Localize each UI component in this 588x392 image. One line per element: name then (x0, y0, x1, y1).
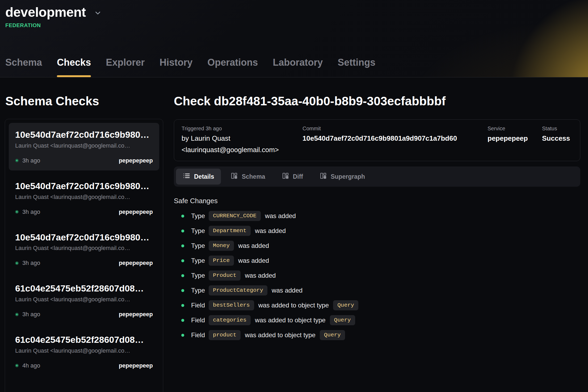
change-name-chip: Department (209, 226, 251, 236)
nav-tab-checks[interactable]: Checks (57, 57, 91, 77)
change-suffix: was added (255, 227, 286, 235)
info-col-triggered: Triggered 3h ago by Laurin Quast <laurin… (182, 126, 303, 155)
bullet-icon (181, 230, 184, 232)
change-name-chip: product (209, 330, 241, 340)
change-suffix: was added (265, 212, 296, 220)
nav-tab-laboratory[interactable]: Laboratory (273, 57, 323, 77)
change-row: Type Money was added (181, 240, 580, 252)
change-row: Type CURRENCY_CODE was added (181, 210, 580, 222)
info-col-status: Status Success (542, 126, 573, 143)
change-suffix: was added (238, 257, 269, 264)
tab-label: Details (194, 173, 214, 180)
change-row: Type ProductCategory was added (181, 284, 580, 297)
nav-tab-settings[interactable]: Settings (338, 57, 375, 77)
tab-supergraph[interactable]: Supergraph (313, 169, 372, 185)
check-view-tabbar: Details Schema Diff Supergraph (174, 166, 580, 187)
nav-tab-operations[interactable]: Operations (207, 57, 258, 77)
triggered-label: Triggered 3h ago (182, 126, 303, 132)
change-target-chip: Query (330, 315, 355, 325)
triggered-author: by Laurin Quast (182, 134, 303, 143)
check-service: pepepepeep (119, 362, 153, 369)
check-id: 61c04e25475eb52f28607d08… (15, 334, 153, 345)
check-service: pepepepeep (119, 208, 153, 215)
safe-changes-list: Type CURRENCY_CODE was added Type Depart… (174, 210, 580, 341)
change-suffix: was added (245, 272, 276, 279)
bullet-icon (181, 334, 184, 337)
change-row: Field bestSellers was added to object ty… (181, 299, 580, 311)
main-content: Schema Checks 10e540d7aef72c0d716c9b980…… (0, 77, 588, 392)
change-kind: Type (191, 242, 205, 249)
tab-label: Diff (293, 173, 303, 180)
status-dot-icon (15, 313, 19, 316)
check-detail-title: Check db28f481-35aa-40b0-b8b9-303ecfabbb… (174, 94, 580, 108)
page-header: development FEDERATION Schema Checks Exp… (0, 0, 588, 77)
check-time: 3h ago (22, 260, 40, 266)
change-suffix: was added to object type (258, 302, 329, 309)
check-list-item[interactable]: 10e540d7aef72c0d716c9b980… Laurin Quast … (9, 226, 159, 273)
project-name: development (5, 4, 86, 20)
check-list-item[interactable]: 10e540d7aef72c0d716c9b980… Laurin Quast … (9, 123, 159, 170)
check-detail-pane: Check db28f481-35aa-40b0-b8b9-303ecfabbb… (174, 77, 580, 344)
change-name-chip: ProductCategory (209, 285, 267, 295)
change-name-chip: CURRENCY_CODE (209, 211, 261, 221)
change-name-chip: Product (209, 270, 241, 281)
change-kind: Type (191, 227, 205, 235)
status-dot-icon (15, 261, 19, 265)
status-value: Success (542, 134, 573, 143)
tab-schema[interactable]: Schema (224, 169, 272, 185)
change-row: Type Department was added (181, 225, 580, 237)
change-target-chip: Query (320, 330, 345, 340)
check-author: Laurin Quast <laurinquast@googlemail.co… (15, 245, 153, 252)
change-kind: Field (191, 316, 205, 324)
bullet-icon (181, 319, 184, 322)
change-row: Type Price was added (181, 255, 580, 267)
check-service: pepepepeep (119, 311, 153, 318)
check-time: 3h ago (22, 208, 40, 215)
tab-diff[interactable]: Diff (275, 169, 310, 185)
change-row: Type Product was added (181, 269, 580, 282)
nav-tab-schema[interactable]: Schema (5, 57, 42, 77)
change-name-chip: Money (209, 241, 234, 251)
tab-details[interactable]: Details (176, 169, 221, 185)
panels-icon (320, 172, 327, 181)
tab-label: Supergraph (331, 173, 365, 180)
check-author: Laurin Quast <laurinquast@googlemail.co… (15, 194, 153, 201)
status-label: Status (542, 126, 573, 132)
nav-tab-explorer[interactable]: Explorer (106, 57, 145, 77)
federation-badge: FEDERATION (5, 22, 580, 28)
change-target-chip: Query (333, 300, 358, 310)
chevron-down-icon (94, 9, 102, 18)
check-service: pepepepeep (119, 157, 153, 164)
bullet-icon (181, 244, 184, 247)
list-icon (183, 172, 190, 181)
triggered-email: <laurinquast@googlemail.com> (182, 145, 303, 155)
change-kind: Field (191, 302, 205, 309)
check-id: 10e540d7aef72c0d716c9b980… (15, 129, 153, 140)
status-dot-icon (15, 159, 19, 162)
safe-changes-heading: Safe Changes (174, 197, 580, 205)
commit-hash: 10e540d7aef72c0d716c9b9801a9d907c1a7bd60 (303, 134, 488, 143)
panels-icon (230, 172, 238, 181)
check-list-item[interactable]: 61c04e25475eb52f28607d08… Laurin Quast <… (9, 328, 159, 376)
change-name-chip: Price (209, 256, 234, 266)
panels-icon (282, 172, 289, 181)
change-name-chip: bestSellers (209, 300, 254, 310)
check-id: 10e540d7aef72c0d716c9b980… (15, 181, 153, 191)
bullet-icon (181, 259, 184, 262)
change-row: Field categories was added to object typ… (181, 314, 580, 326)
check-service: pepepepeep (119, 260, 153, 266)
change-kind: Type (191, 257, 205, 264)
schema-checks-sidebar: Schema Checks 10e540d7aef72c0d716c9b980…… (5, 77, 163, 392)
project-selector[interactable]: development (5, 4, 102, 20)
check-list-item[interactable]: 61c04e25475eb52f28607d08… Laurin Quast <… (9, 277, 159, 324)
change-suffix: was added (238, 242, 269, 249)
check-author: Laurin Quast <laurinquast@googlemail.co… (15, 347, 153, 354)
change-kind: Field (191, 331, 205, 339)
nav-tab-history[interactable]: History (159, 57, 192, 77)
bullet-icon (181, 304, 184, 307)
change-kind: Type (191, 212, 205, 220)
bullet-icon (181, 215, 184, 218)
info-col-service: Service pepepepeep (488, 126, 542, 143)
check-list-item[interactable]: 10e540d7aef72c0d716c9b980… Laurin Quast … (9, 174, 159, 222)
bullet-icon (181, 274, 184, 277)
